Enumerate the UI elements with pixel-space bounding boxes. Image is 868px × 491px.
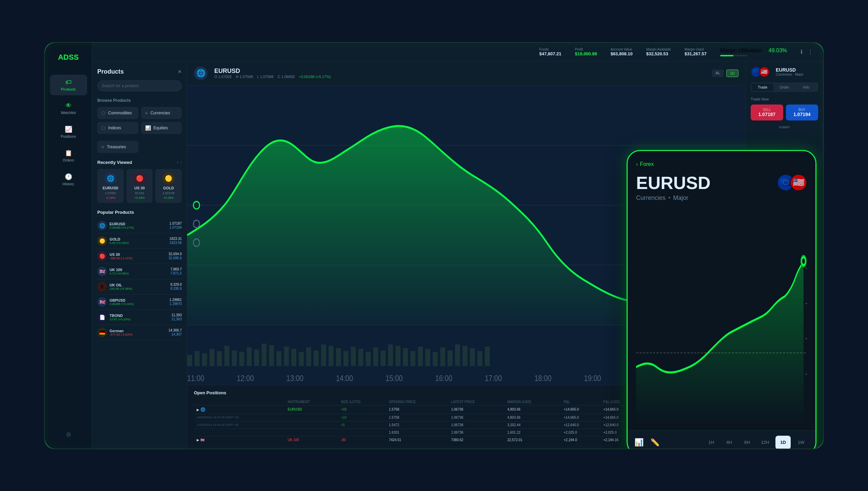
svg-point-57	[193, 220, 199, 227]
trade-instrument-name: EURUSD	[776, 67, 804, 73]
tf-1w[interactable]: 1W	[793, 436, 809, 449]
sidebar-item-watchlist[interactable]: 👁 Watchlist	[50, 98, 87, 119]
profit-label: Profit	[575, 48, 597, 51]
tab-trade[interactable]: Trade	[752, 83, 773, 91]
tab-order[interactable]: Order	[773, 83, 795, 91]
product-row-gold[interactable]: 🟡 GOLD 5.00 (+0.28%) 1823.31 1823.56	[97, 233, 182, 249]
chart-tf-al[interactable]: AL	[712, 70, 723, 77]
trade-tabs: Trade Order Info	[751, 82, 818, 92]
row2-expand[interactable]: ▶ 🇬🇧	[194, 436, 285, 443]
svg-rect-9	[224, 346, 230, 366]
row2-pnl: +2,194.0	[561, 436, 601, 443]
info-icon[interactable]: ℹ	[801, 49, 803, 55]
sidebar-settings-icon[interactable]: ⚙	[66, 431, 71, 438]
rv-gold-name: GOLD	[163, 186, 174, 190]
drawing-tool-icon[interactable]: ✏️	[650, 438, 659, 447]
rv-item-us30[interactable]: 🔴 US 30 32,616 +0.28%	[126, 169, 153, 203]
product-row-us30[interactable]: 🔴 US 30 -396.90 (-1.21%) 32,694.0 32,695…	[97, 249, 182, 264]
sidebar-item-label: Positions	[61, 134, 76, 138]
uk100-buy: 7,871.5	[171, 271, 182, 275]
us30-prod-change: -396.90 (-1.21%)	[110, 257, 166, 260]
tf-4h[interactable]: 4H	[722, 436, 737, 449]
browse-item-treasuries[interactable]: ≡ Treasuries	[97, 141, 138, 153]
buy-label: BUY	[789, 108, 815, 112]
gbpusd-sell: 1.29881	[170, 298, 182, 302]
profit-stat: Profit $19,000.89	[575, 48, 597, 56]
col-margin: MARGIN (USD)	[505, 399, 561, 405]
ukoil-prod-prices: 8,329.0 8,330.9	[171, 283, 182, 290]
product-row-uk100[interactable]: 🇬🇧 UK 100 4.72 (+0.06%) 7,869.7 7,871.5	[97, 264, 182, 279]
search-input[interactable]	[97, 80, 182, 91]
gbpusd-prod-icon: 🇬🇧	[97, 297, 107, 307]
row-latest: 1.06736	[448, 405, 505, 414]
commodities-icon: ⬡	[101, 110, 105, 116]
sell-label: SELL	[754, 108, 780, 112]
browse-item-commodities[interactable]: ⬡ Commodities	[97, 107, 138, 119]
svg-rect-22	[321, 344, 326, 366]
product-row-gbpusd[interactable]: 🇬🇧 GBPUSD 0.00285 (+0.19%) 1.29881 1.298…	[97, 295, 182, 310]
svg-rect-36	[425, 349, 430, 366]
svg-rect-13	[254, 350, 259, 366]
sidebar: ADSS 🏷 Products 👁 Watchlist 📈 Positions …	[45, 43, 92, 449]
eurusd-prod-prices: 1.07187 1.07194	[170, 222, 182, 229]
product-row-tbond[interactable]: 📄 TBOND 13.87 (+0.10%) 11,393 11,363	[97, 310, 182, 325]
more-icon[interactable]: ⋮	[808, 49, 813, 55]
eu-us-flag: 🌐	[196, 69, 205, 78]
tbond-prod-icon: 📄	[97, 313, 107, 322]
us30-icon: 🔴	[134, 172, 146, 185]
trade-instrument-text: EURUSD Currencies · Major	[776, 67, 804, 76]
browse-item-currencies[interactable]: ≡ Currencies	[141, 107, 182, 119]
currencies-label: Currencies	[151, 111, 170, 115]
chart-tf-1d[interactable]: 1D	[726, 70, 738, 77]
instrument-info: EURUSD O 1.07002 H 1.07588 L 1.07068 C 1…	[214, 68, 705, 79]
funds-label: Funds	[539, 48, 561, 51]
product-row-eurusd[interactable]: 🌐 EURUSD 0.00588 (+0.17%) 1.07187 1.0719…	[97, 218, 182, 233]
rv-item-gold[interactable]: 🟡 GOLD 1,823.56 +0.28%	[155, 169, 182, 203]
tbond-prod-prices: 11,393 11,363	[171, 313, 182, 321]
panel-close-button[interactable]: ✕	[178, 69, 182, 74]
row-sub-margin2: 3,202.44	[505, 421, 561, 429]
browse-item-equities[interactable]: 📊 Equities	[141, 122, 182, 134]
tbond-sell: 11,393	[171, 313, 182, 317]
product-row-german[interactable]: 🇩🇪 German -577.63 (-3.53%) 14,306.7 14,3…	[97, 325, 182, 340]
rv-prev-icon[interactable]: ‹	[177, 160, 178, 165]
tf-12h[interactable]: 12H	[757, 436, 773, 449]
svg-rect-25	[343, 351, 349, 366]
ukoil-prod-info: UK OIL 100.09 (+3.35%)	[110, 283, 168, 290]
rv-eurusd-price: 1.07002	[105, 191, 116, 195]
phone-back-button[interactable]: ‹ Forex	[636, 161, 807, 167]
sidebar-item-history[interactable]: 🕐 History	[50, 169, 87, 190]
margin-util-label: Margin Utilisation	[720, 48, 762, 54]
row-sub-size3	[338, 429, 386, 436]
tf-6h[interactable]: 6H	[739, 436, 755, 449]
sidebar-item-orders[interactable]: 📋 Orders	[50, 145, 87, 166]
buy-button[interactable]: BUY 1.07194	[786, 105, 818, 120]
sidebar-item-positions[interactable]: 📈 Positions	[50, 121, 87, 143]
price-h: H 1.07588	[236, 75, 253, 79]
row-sub-open: 1.5758	[386, 414, 448, 421]
uk100-prod-prices: 7,869.7 7,871.5	[171, 267, 182, 275]
watchlist-icon: 👁	[65, 102, 72, 109]
product-row-ukoil[interactable]: 🛢 UK OIL 100.09 (+3.35%) 8,329.0 8,330.9	[97, 279, 182, 295]
ukoil-prod-name: UK OIL	[110, 283, 168, 287]
uk100-sell: 7,869.7	[171, 267, 182, 271]
row-expand-icon[interactable]: ▶ 🌐	[194, 405, 285, 414]
browse-item-indices[interactable]: ⬡ Indices	[97, 122, 138, 134]
tf-1d[interactable]: 1D	[775, 436, 791, 449]
row-sub-size2: +5	[338, 421, 386, 429]
gold-prod-change: 5.00 (+0.28%)	[110, 241, 167, 245]
svg-rect-23	[329, 346, 334, 366]
gbpusd-buy: 1.29870	[170, 302, 182, 306]
rv-item-eurusd[interactable]: 🌐 EURUSD 1.07002 -0.19%	[97, 169, 124, 203]
tab-info[interactable]: Info	[795, 83, 817, 91]
svg-rect-29	[373, 347, 378, 366]
tf-1h[interactable]: 1H	[704, 436, 719, 449]
bar-chart-icon[interactable]: 📊	[634, 438, 644, 447]
rv-next-icon[interactable]: ›	[180, 160, 182, 165]
sell-button[interactable]: SELL 1.07187	[751, 105, 783, 120]
gbpusd-prod-info: GBPUSD 0.00285 (+0.19%)	[110, 298, 167, 306]
gold-buy: 1823.56	[170, 241, 182, 245]
row-margin: 4,803.66	[505, 405, 561, 414]
svg-text:18:00: 18:00	[534, 374, 551, 383]
sidebar-item-products[interactable]: 🏷 Products	[50, 75, 87, 95]
